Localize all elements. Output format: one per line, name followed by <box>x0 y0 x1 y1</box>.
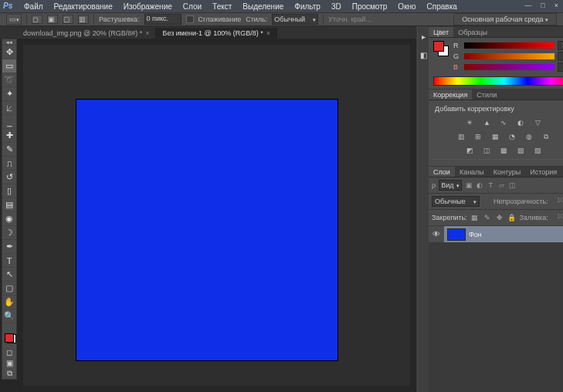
visibility-icon[interactable]: 👁 <box>429 226 444 242</box>
type-tool[interactable]: T <box>2 254 16 268</box>
menu-text[interactable]: Текст <box>207 2 237 11</box>
quick-mask-icon[interactable]: ▣ <box>2 357 16 368</box>
standard-mode-icon[interactable]: ◻ <box>2 346 16 357</box>
color-ramp[interactable] <box>433 76 563 86</box>
layer-item[interactable]: 👁 Фон 🔒 <box>429 226 563 243</box>
layer-name[interactable]: Фон <box>469 231 563 238</box>
feather-input[interactable]: 0 пикс. <box>144 14 181 25</box>
menu-image[interactable]: Изображение <box>118 2 178 11</box>
canvas-viewport[interactable] <box>17 39 416 392</box>
r-value[interactable]: 163 <box>558 41 563 50</box>
menu-window[interactable]: Окно <box>392 2 421 11</box>
g-value[interactable]: 0 <box>558 52 563 61</box>
gradient-tool[interactable]: ▤ <box>2 198 16 212</box>
path-select-tool[interactable]: ↖ <box>2 268 16 282</box>
crop-tool[interactable]: ⟀ <box>2 101 16 115</box>
pen-tool[interactable]: ✒ <box>2 240 16 254</box>
curves-icon[interactable]: ∿ <box>498 117 509 128</box>
layer-filter-select[interactable]: Вид▾ <box>439 180 462 191</box>
blur-tool[interactable]: ◉ <box>2 212 16 226</box>
select-add-icon[interactable]: ▣ <box>47 15 58 24</box>
hand-tool[interactable]: ✋ <box>2 296 16 309</box>
history-brush-tool[interactable]: ↺ <box>2 171 16 184</box>
canvas[interactable] <box>76 99 338 361</box>
select-intersect-icon[interactable]: ▥ <box>78 15 89 24</box>
invert-icon[interactable]: ◩ <box>464 145 475 156</box>
tab-history[interactable]: История <box>525 167 561 177</box>
select-subtract-icon[interactable]: ▢ <box>63 15 73 24</box>
eraser-tool[interactable]: ▯ <box>2 184 16 198</box>
menu-layers[interactable]: Слои <box>178 2 207 11</box>
r-slider[interactable] <box>464 42 555 49</box>
levels-icon[interactable]: ▲ <box>481 117 492 128</box>
collapse-icon[interactable]: ◂◂ <box>6 39 12 45</box>
zoom-tool[interactable]: 🔍 <box>2 309 16 323</box>
lookup-icon[interactable]: ⧉ <box>541 131 551 142</box>
lock-position-icon[interactable]: ✥ <box>495 213 504 222</box>
layer-thumbnail[interactable] <box>447 228 466 241</box>
refine-edge-button[interactable]: Уточн. край... <box>328 15 371 23</box>
foreground-color[interactable] <box>5 333 14 343</box>
close-button[interactable]: × <box>553 0 560 11</box>
minimize-button[interactable]: — <box>523 0 533 11</box>
map-icon[interactable]: ▨ <box>515 145 526 156</box>
g-slider[interactable] <box>464 53 555 59</box>
selective-icon[interactable]: ▧ <box>532 145 543 156</box>
menu-select[interactable]: Выделение <box>237 2 289 11</box>
lock-paint-icon[interactable]: ✎ <box>483 213 492 222</box>
maximize-button[interactable]: □ <box>539 0 546 11</box>
spot-heal-tool[interactable]: ✚ <box>2 129 16 143</box>
select-new-icon[interactable]: ◻ <box>32 15 42 24</box>
menu-help[interactable]: Справка <box>422 2 463 11</box>
workspace-switcher[interactable]: Основная рабочая среда ▾ <box>453 13 557 25</box>
magic-wand-tool[interactable]: ✦ <box>2 87 16 101</box>
photo-filter-icon[interactable]: ◔ <box>507 131 517 142</box>
close-icon[interactable]: × <box>145 29 149 37</box>
filter-adj-icon[interactable]: ◐ <box>476 181 483 189</box>
antialias-checkbox[interactable] <box>186 15 194 23</box>
balance-icon[interactable]: ⊞ <box>473 131 483 142</box>
document-tab[interactable]: download_img.png @ 20% (RGB/8#) *× <box>17 28 156 39</box>
screen-mode-icon[interactable]: ⧉ <box>2 368 16 379</box>
threshold-icon[interactable]: ▩ <box>498 145 509 156</box>
opacity-input[interactable]: 100% <box>551 196 563 207</box>
b-value[interactable]: 3 <box>558 63 563 72</box>
menu-view[interactable]: Просмотр <box>347 2 393 11</box>
filter-smart-icon[interactable]: ◫ <box>508 181 516 189</box>
dodge-tool[interactable]: ☽ <box>2 226 16 240</box>
menu-filter[interactable]: Фильтр <box>289 2 326 11</box>
filter-img-icon[interactable]: ▣ <box>465 181 473 189</box>
eyedropper-tool[interactable]: ⎯ <box>2 115 16 129</box>
tab-styles[interactable]: Стили <box>472 90 501 100</box>
posterize-icon[interactable]: ◫ <box>481 145 492 156</box>
tab-paths[interactable]: Контуры <box>489 167 525 177</box>
fill-input[interactable]: 100% <box>551 212 563 223</box>
exposure-icon[interactable]: ◐ <box>515 117 526 128</box>
style-select[interactable]: Обычный▾ <box>272 14 318 25</box>
tab-swatches[interactable]: Образцы <box>453 27 492 37</box>
panel-icon[interactable]: ◧ <box>418 49 429 60</box>
brush-tool[interactable]: ✎ <box>2 143 16 157</box>
lock-all-icon[interactable]: 🔒 <box>507 213 517 222</box>
tab-layers[interactable]: Слои <box>429 167 455 177</box>
filter-type-icon[interactable]: T <box>487 181 494 189</box>
tab-color[interactable]: Цвет <box>429 27 453 37</box>
filter-shape-icon[interactable]: ▱ <box>497 181 505 189</box>
tab-adjustments[interactable]: Коррекция <box>429 90 472 100</box>
tab-channels[interactable]: Каналы <box>455 167 489 177</box>
move-tool[interactable]: ✥ <box>2 46 16 59</box>
close-icon[interactable]: × <box>266 29 270 37</box>
hue-icon[interactable]: ▥ <box>456 131 466 142</box>
shape-tool[interactable]: ▢ <box>2 282 16 296</box>
b-slider[interactable] <box>464 64 555 70</box>
menu-3d[interactable]: 3D <box>326 2 347 11</box>
color-swatches[interactable] <box>2 329 16 346</box>
menu-edit[interactable]: Редактирование <box>49 2 118 11</box>
vibrance-icon[interactable]: ▽ <box>532 117 543 128</box>
blend-mode-select[interactable]: Обычные▾ <box>432 196 480 207</box>
expand-icon[interactable]: ▸ <box>418 31 429 42</box>
mixer-icon[interactable]: ◍ <box>524 131 534 142</box>
tool-preset-icon[interactable]: ▭▾ <box>6 14 22 25</box>
color-swatches[interactable] <box>433 41 449 56</box>
brightness-icon[interactable]: ☀ <box>464 117 475 128</box>
